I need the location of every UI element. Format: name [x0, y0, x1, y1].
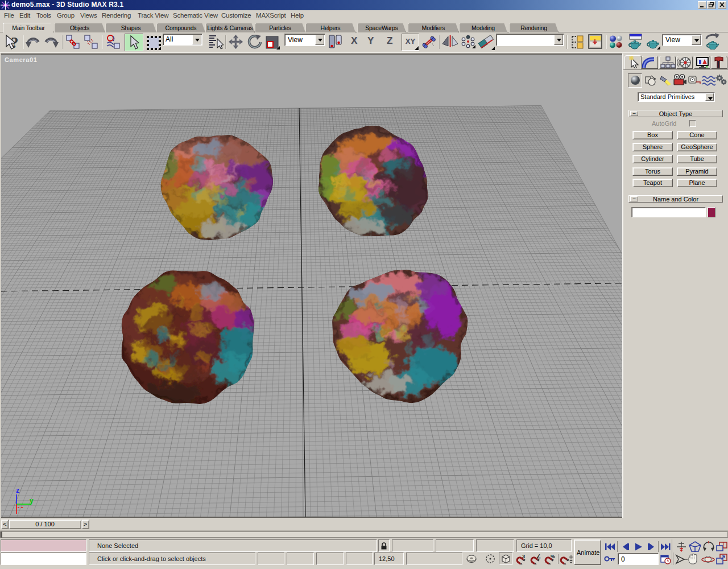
svg-text:%: %: [551, 554, 555, 559]
svg-text:∠: ∠: [536, 554, 541, 559]
svg-text:y: y: [30, 497, 34, 505]
svg-text:z: z: [16, 486, 19, 494]
svg-text:3: 3: [522, 554, 525, 559]
